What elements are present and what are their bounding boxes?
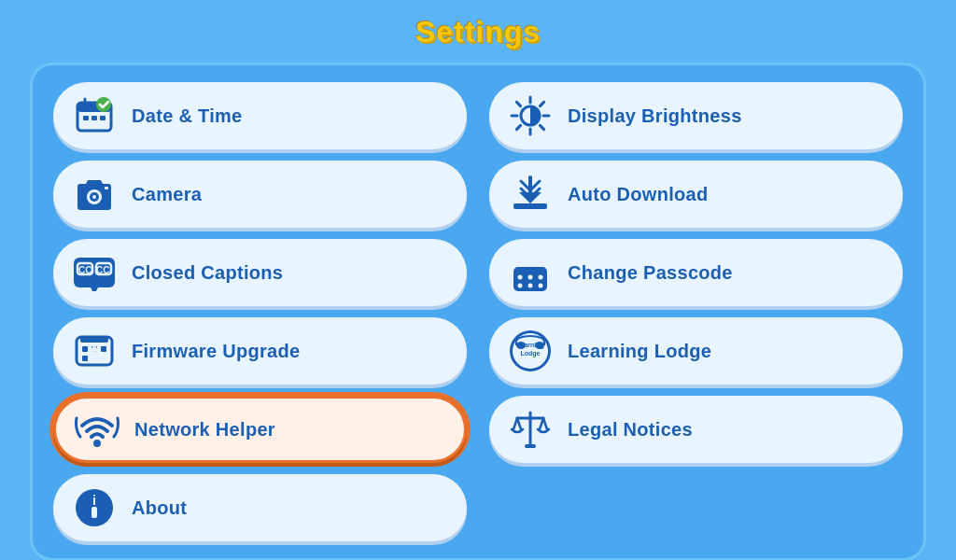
svg-rect-32 bbox=[82, 356, 88, 361]
legal-icon bbox=[506, 405, 555, 454]
empty-cell bbox=[489, 474, 903, 541]
svg-text:i: i bbox=[92, 493, 96, 508]
brightness-icon bbox=[506, 91, 555, 140]
wifi-icon bbox=[73, 405, 121, 454]
svg-rect-6 bbox=[100, 116, 105, 120]
firmware-upgrade-label: Firmware Upgrade bbox=[132, 341, 300, 362]
passcode-icon bbox=[506, 248, 555, 297]
download-icon bbox=[506, 170, 555, 218]
svg-point-24 bbox=[518, 284, 523, 288]
svg-rect-28 bbox=[80, 337, 108, 343]
svg-point-39 bbox=[93, 440, 101, 447]
legal-notices-button[interactable]: Legal Notices bbox=[489, 396, 903, 463]
display-brightness-label: Display Brightness bbox=[568, 105, 742, 127]
svg-point-37 bbox=[516, 342, 526, 349]
learning-lodge-button[interactable]: Learning Lodge Learning Lodge bbox=[489, 317, 903, 385]
svg-point-11 bbox=[92, 195, 96, 199]
svg-rect-4 bbox=[83, 116, 89, 120]
legal-notices-label: Legal Notices bbox=[568, 419, 693, 441]
date-time-button[interactable]: Date & Time bbox=[53, 82, 467, 149]
camera-label: Camera bbox=[132, 184, 202, 205]
svg-rect-46 bbox=[525, 444, 536, 448]
calendar-icon bbox=[70, 91, 119, 140]
cc-icon: CC CC bbox=[70, 248, 119, 297]
svg-text:Lodge: Lodge bbox=[521, 350, 541, 357]
svg-rect-5 bbox=[91, 116, 97, 120]
auto-download-button[interactable]: Auto Download bbox=[489, 161, 903, 228]
network-helper-button[interactable]: Network Helper bbox=[53, 396, 467, 463]
about-button[interactable]: i About bbox=[53, 474, 467, 541]
settings-grid: Date & Time Display Brightness bbox=[30, 63, 926, 560]
closed-captions-label: Closed Captions bbox=[132, 262, 283, 284]
firmware-icon bbox=[70, 327, 119, 375]
learning-lodge-icon: Learning Lodge bbox=[506, 327, 555, 375]
camera-icon bbox=[70, 170, 119, 218]
svg-point-7 bbox=[96, 97, 111, 112]
page-title: Settings bbox=[415, 15, 541, 49]
svg-point-26 bbox=[539, 284, 543, 288]
change-passcode-button[interactable]: Change Passcode bbox=[489, 239, 903, 306]
svg-text:CC: CC bbox=[78, 265, 91, 275]
svg-rect-29 bbox=[82, 346, 88, 352]
svg-rect-12 bbox=[105, 187, 108, 189]
display-brightness-button[interactable]: Display Brightness bbox=[489, 82, 903, 149]
camera-button[interactable]: Camera bbox=[53, 161, 467, 228]
auto-download-label: Auto Download bbox=[568, 184, 709, 205]
info-icon: i bbox=[70, 483, 119, 532]
svg-rect-49 bbox=[91, 507, 97, 518]
svg-point-25 bbox=[528, 284, 533, 288]
svg-rect-13 bbox=[513, 203, 547, 209]
svg-point-23 bbox=[539, 275, 543, 280]
svg-line-43 bbox=[517, 418, 521, 429]
date-time-label: Date & Time bbox=[132, 105, 243, 127]
svg-point-38 bbox=[535, 342, 544, 349]
svg-rect-31 bbox=[101, 346, 106, 352]
svg-point-22 bbox=[528, 275, 533, 280]
change-passcode-label: Change Passcode bbox=[568, 262, 733, 284]
svg-point-21 bbox=[518, 275, 523, 280]
closed-captions-button[interactable]: CC CC Closed Captions bbox=[53, 239, 467, 306]
network-helper-label: Network Helper bbox=[134, 419, 275, 441]
svg-line-45 bbox=[543, 418, 547, 429]
about-label: About bbox=[132, 497, 187, 519]
learning-lodge-label: Learning Lodge bbox=[568, 341, 711, 362]
firmware-upgrade-button[interactable]: Firmware Upgrade bbox=[53, 317, 467, 385]
